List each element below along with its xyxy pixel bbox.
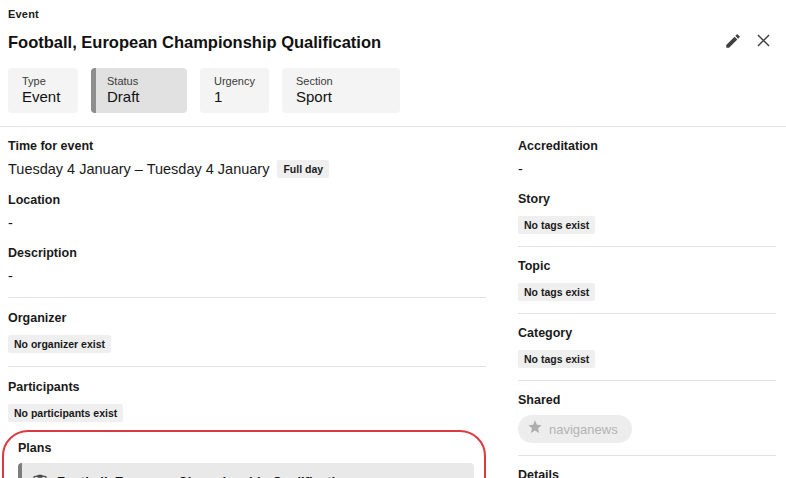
chip-section: Section Sport	[282, 68, 400, 113]
chip-value: Draft	[107, 88, 173, 105]
close-button[interactable]	[748, 29, 778, 55]
category-label: Category	[518, 326, 776, 340]
content-columns: Time for event Tuesday 4 January – Tuesd…	[8, 127, 778, 478]
no-tags-badge: No tags exist	[518, 350, 595, 368]
no-organizer-badge: No organizer exist	[8, 335, 111, 353]
edit-button[interactable]	[718, 29, 748, 55]
chip-label: Type	[22, 75, 64, 87]
no-participants-badge: No participants exist	[8, 404, 123, 422]
event-detail-panel: Event Football, European Championship Qu…	[0, 0, 786, 478]
full-day-badge: Full day	[277, 160, 329, 178]
no-tags-badge: No tags exist	[518, 283, 595, 301]
chip-label: Section	[296, 75, 386, 87]
chip-label: Status	[107, 75, 173, 87]
section-topic: Topic No tags exist	[518, 259, 776, 301]
section-time: Time for event Tuesday 4 January – Tuesd…	[8, 139, 486, 178]
description-label: Description	[8, 246, 486, 260]
content-type-kicker: Event	[8, 8, 778, 20]
section-organizer: Organizer No organizer exist	[8, 311, 486, 353]
chip-status: Status Draft	[91, 68, 187, 113]
description-value: -	[8, 268, 486, 284]
close-icon	[754, 31, 773, 53]
section-story: Story No tags exist	[518, 192, 776, 234]
section-shared: Shared naviganews	[518, 393, 776, 443]
chip-value: Sport	[296, 88, 386, 105]
section-details: Details Createdyesterday at 3:01 PM by P…	[518, 468, 776, 478]
organizer-label: Organizer	[8, 311, 486, 325]
plan-card-title: Football, European Championship Qualific…	[57, 473, 351, 478]
section-participants: Participants No participants exist	[8, 380, 486, 422]
right-divider	[518, 455, 776, 456]
time-label: Time for event	[8, 139, 486, 153]
accreditation-label: Accreditation	[518, 139, 776, 153]
left-column: Time for event Tuesday 4 January – Tuesd…	[8, 139, 486, 478]
section-accreditation: Accreditation -	[518, 139, 776, 177]
shared-user-pill: naviganews	[518, 415, 632, 443]
section-location: Location -	[8, 193, 486, 231]
pencil-icon	[724, 32, 742, 53]
chip-value: Event	[22, 88, 64, 105]
participants-label: Participants	[8, 380, 486, 394]
plan-card[interactable]: Football, European Championship Qualific…	[18, 463, 474, 478]
shared-user-name: naviganews	[549, 422, 618, 437]
property-chips-row: Type Event Status Draft Urgency 1 Sectio…	[8, 68, 778, 113]
right-divider	[518, 246, 776, 247]
plans-label: Plans	[18, 441, 474, 455]
shared-label: Shared	[518, 393, 776, 407]
star-icon	[527, 419, 543, 439]
chip-type: Type Event	[8, 68, 78, 113]
accreditation-value: -	[518, 161, 776, 177]
left-divider	[8, 366, 486, 367]
story-label: Story	[518, 192, 776, 206]
right-divider	[518, 380, 776, 381]
location-label: Location	[8, 193, 486, 207]
time-value: Tuesday 4 January – Tuesday 4 January	[8, 161, 269, 177]
clipboard-list-icon	[30, 473, 50, 478]
topic-label: Topic	[518, 259, 776, 273]
page-title: Football, European Championship Qualific…	[8, 33, 718, 52]
no-tags-badge: No tags exist	[518, 216, 595, 234]
left-divider	[8, 297, 486, 298]
chip-value: 1	[214, 88, 255, 105]
details-label: Details	[518, 468, 776, 478]
right-column: Accreditation - Story No tags exist Topi…	[518, 139, 778, 478]
section-category: Category No tags exist	[518, 326, 776, 368]
location-value: -	[8, 215, 486, 231]
right-divider	[518, 313, 776, 314]
red-circle-annotation: Plans Football, European Championship Qu…	[2, 430, 486, 478]
section-description: Description -	[8, 246, 486, 284]
chip-label: Urgency	[214, 75, 255, 87]
title-row: Football, European Championship Qualific…	[8, 29, 778, 55]
chip-urgency: Urgency 1	[200, 68, 269, 113]
